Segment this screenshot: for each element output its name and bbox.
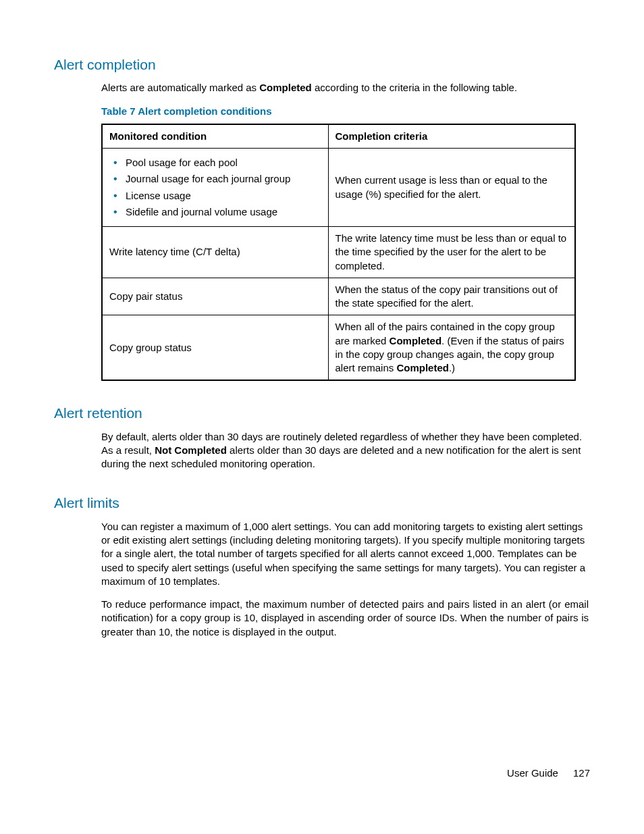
th-completion-criteria: Completion criteria <box>328 124 575 149</box>
table-row: Copy pair status When the status of the … <box>102 278 575 315</box>
table-header-row: Monitored condition Completion criteria <box>102 124 575 149</box>
alert-completion-intro: Alerts are automatically marked as Compl… <box>101 81 589 95</box>
table-caption: Table 7 Alert completion conditions <box>101 105 589 118</box>
cell-condition: Pool usage for each pool Journal usage f… <box>102 149 328 227</box>
page-footer: User Guide127 <box>507 766 590 780</box>
text-bold-completed: Completed <box>259 82 312 93</box>
condition-bullet-list: Pool usage for each pool Journal usage f… <box>109 156 321 219</box>
footer-label: User Guide <box>507 767 558 779</box>
footer-page-number: 127 <box>573 767 590 779</box>
list-item: Sidefile and journal volume usage <box>109 205 321 219</box>
list-item: Pool usage for each pool <box>109 156 321 170</box>
cell-criteria: When the status of the copy pair transit… <box>328 278 575 315</box>
text-bold-completed: Completed <box>390 335 442 346</box>
text: according to the criteria in the followi… <box>312 82 517 93</box>
heading-alert-limits: Alert limits <box>54 494 590 513</box>
cell-condition: Copy pair status <box>102 278 328 315</box>
list-item: License usage <box>109 189 321 203</box>
text: .) <box>449 362 455 373</box>
th-monitored-condition: Monitored condition <box>102 124 328 149</box>
text-bold-not-completed: Not Completed <box>155 444 227 456</box>
alert-limits-para2: To reduce performance impact, the maximu… <box>101 598 589 639</box>
alert-limits-para1: You can register a maximum of 1,000 aler… <box>101 520 589 588</box>
cell-condition: Write latency time (C/T delta) <box>102 227 328 278</box>
cell-criteria: The write latency time must be less than… <box>328 227 575 278</box>
text: Alerts are automatically marked as <box>101 82 259 93</box>
table-row: Write latency time (C/T delta) The write… <box>102 227 575 278</box>
text-bold-completed: Completed <box>396 362 449 373</box>
text: To reduce performance impact, the maximu… <box>101 598 589 637</box>
cell-criteria: When current usage is less than or equal… <box>328 149 575 227</box>
alert-completion-table: Monitored condition Completion criteria … <box>101 124 576 382</box>
text: is displayed in the output. <box>222 626 336 637</box>
table-row: Pool usage for each pool Journal usage f… <box>102 149 575 227</box>
cell-criteria: When all of the pairs contained in the c… <box>328 315 575 381</box>
cell-condition: Copy group status <box>102 315 328 381</box>
heading-alert-completion: Alert completion <box>54 55 590 74</box>
list-item: Journal usage for each journal group <box>109 172 321 186</box>
heading-alert-retention: Alert retention <box>54 404 590 423</box>
alert-retention-body: By default, alerts older than 30 days ar… <box>101 430 589 471</box>
table-row: Copy group status When all of the pairs … <box>102 315 575 381</box>
